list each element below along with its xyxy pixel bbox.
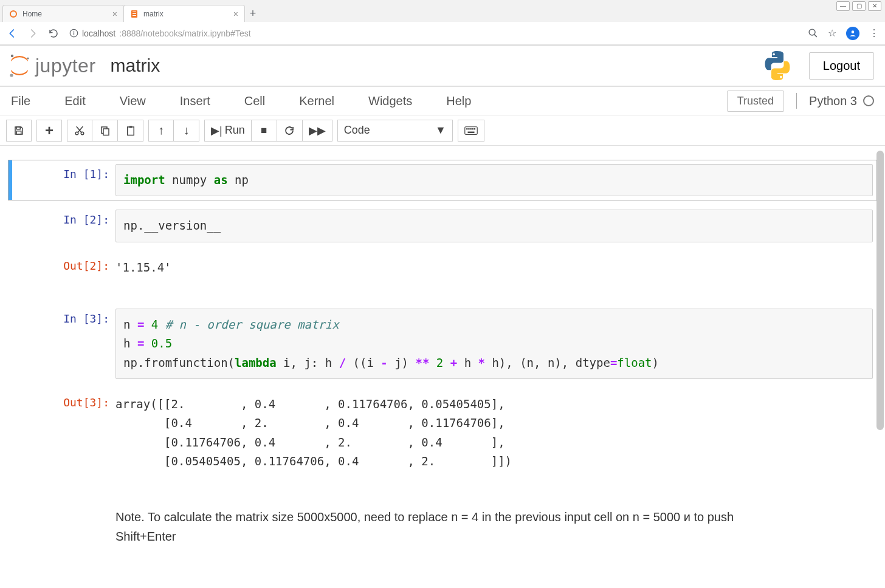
- jupyter-logo-icon: [6, 52, 33, 79]
- cell-type-select[interactable]: Code ▼: [337, 120, 453, 142]
- code-input[interactable]: n = 4 # n - order square matrix h = 0.5 …: [115, 309, 873, 379]
- menu-kernel[interactable]: Kernel: [282, 94, 351, 108]
- cut-button[interactable]: [67, 120, 92, 142]
- jupyter-brand-text: jupyter: [35, 55, 96, 77]
- svg-rect-3: [133, 13, 136, 14]
- kernel-idle-icon: [863, 95, 874, 106]
- svg-point-12: [27, 58, 29, 60]
- scrollbar-thumb[interactable]: [876, 151, 884, 430]
- logout-button[interactable]: Logout: [809, 52, 874, 80]
- forward-button[interactable]: [27, 27, 39, 39]
- bookmark-star-icon[interactable]: ☆: [828, 27, 836, 39]
- svg-rect-31: [473, 128, 475, 129]
- browser-chrome: Home × matrix × + localhost:8888/noteboo…: [0, 0, 885, 46]
- svg-rect-25: [129, 126, 132, 128]
- svg-rect-2: [133, 12, 136, 12]
- in-prompt: In [1]:: [12, 160, 115, 200]
- markdown-cell[interactable]: Note. To calculate the matrix size 5000x…: [9, 499, 876, 550]
- copy-button[interactable]: [92, 120, 118, 142]
- output-cell-2: Out[2]: '1.15.4': [9, 252, 876, 281]
- jupyter-favicon-icon: [9, 10, 18, 18]
- menu-insert[interactable]: Insert: [163, 94, 227, 108]
- toolbar: + ↑ ↓ ▶|Run ■ ▶▶ Code ▼: [0, 115, 885, 146]
- trusted-indicator[interactable]: Trusted: [727, 91, 784, 112]
- svg-point-14: [773, 53, 775, 56]
- svg-point-8: [809, 29, 815, 35]
- svg-rect-26: [465, 126, 477, 134]
- svg-rect-23: [103, 129, 109, 135]
- svg-rect-28: [468, 128, 469, 129]
- in-prompt: In [3]:: [12, 305, 115, 383]
- restart-button[interactable]: [277, 120, 303, 142]
- svg-point-7: [74, 31, 75, 32]
- move-up-button[interactable]: ↑: [148, 120, 174, 142]
- output-text: array([[2. , 0.4 , 0.11764706, 0.0540540…: [115, 392, 873, 471]
- move-down-button[interactable]: ↓: [174, 120, 199, 142]
- jupyter-header: jupyter matrix Logout: [0, 46, 885, 86]
- separator: [796, 93, 797, 109]
- menu-help[interactable]: Help: [429, 94, 488, 108]
- paste-button[interactable]: [118, 120, 143, 142]
- add-cell-button[interactable]: +: [36, 120, 62, 142]
- menu-edit[interactable]: Edit: [47, 94, 102, 108]
- python-logo-icon: [760, 50, 794, 81]
- menu-file[interactable]: File: [11, 94, 47, 108]
- window-close[interactable]: ✕: [868, 1, 881, 11]
- code-cell-3[interactable]: In [3]: n = 4 # n - order square matrix …: [9, 305, 876, 383]
- notebook-container: In [1]: import numpy as np In [2]: np.__…: [0, 146, 885, 588]
- tab-label: matrix: [143, 10, 164, 18]
- menu-widgets[interactable]: Widgets: [351, 94, 429, 108]
- svg-point-10: [852, 30, 855, 33]
- close-icon[interactable]: ×: [112, 9, 117, 19]
- back-button[interactable]: [6, 27, 18, 39]
- close-icon[interactable]: ×: [233, 9, 238, 19]
- svg-rect-24: [127, 127, 134, 135]
- svg-point-13: [10, 74, 13, 77]
- url-path: :8888/notebooks/matrix.ipynb#Test: [119, 29, 250, 38]
- notebook-scroll[interactable]: In [1]: import numpy as np In [2]: np.__…: [0, 146, 885, 588]
- svg-point-11: [11, 55, 13, 57]
- menu-view[interactable]: View: [103, 94, 163, 108]
- output-text: '1.15.4': [115, 256, 873, 277]
- browser-tab-home[interactable]: Home ×: [2, 5, 124, 22]
- window-minimize[interactable]: —: [836, 1, 850, 11]
- save-button[interactable]: [6, 120, 32, 142]
- address-bar-right: ☆ ⋮: [808, 27, 879, 40]
- window-controls: — ▢ ✕: [836, 1, 881, 11]
- browser-tab-matrix[interactable]: matrix ×: [123, 5, 245, 22]
- in-prompt: In [2]:: [12, 206, 115, 245]
- svg-point-0: [10, 11, 16, 17]
- interrupt-button[interactable]: ■: [252, 120, 277, 142]
- menu-cell[interactable]: Cell: [227, 94, 282, 108]
- reload-button[interactable]: [47, 27, 60, 39]
- tab-strip: Home × matrix × +: [0, 0, 885, 22]
- svg-rect-32: [467, 131, 474, 132]
- markdown-text: Note. To calculate the matrix size 5000x…: [115, 502, 754, 546]
- run-button[interactable]: ▶|Run: [204, 120, 252, 142]
- address-bar[interactable]: localhost:8888/notebooks/matrix.ipynb#Te…: [68, 29, 799, 38]
- svg-rect-29: [470, 128, 471, 129]
- zoom-icon[interactable]: [808, 28, 818, 38]
- code-cell-1[interactable]: In [1]: import numpy as np: [9, 160, 876, 200]
- run-icon: ▶|: [211, 124, 222, 137]
- code-cell-2[interactable]: In [2]: np.__version__: [9, 206, 876, 245]
- svg-rect-16: [16, 127, 20, 129]
- account-icon[interactable]: [846, 27, 859, 40]
- kernel-name[interactable]: Python 3: [809, 94, 874, 108]
- tab-label: Home: [22, 10, 42, 18]
- code-input[interactable]: np.__version__: [115, 210, 873, 242]
- command-palette-button[interactable]: [458, 120, 484, 142]
- browser-menu-icon[interactable]: ⋮: [869, 27, 879, 39]
- info-icon: [69, 29, 78, 38]
- jupyter-logo[interactable]: jupyter: [6, 52, 96, 79]
- notebook-favicon-icon: [130, 10, 139, 18]
- window-maximize[interactable]: ▢: [852, 1, 866, 11]
- output-cell-3: Out[3]: array([[2. , 0.4 , 0.11764706, 0…: [9, 389, 876, 474]
- svg-line-9: [814, 35, 817, 37]
- code-input[interactable]: import numpy as np: [115, 164, 873, 196]
- out-prompt: Out[3]:: [12, 389, 115, 474]
- svg-point-15: [780, 76, 782, 78]
- restart-run-all-button[interactable]: ▶▶: [303, 120, 332, 142]
- notebook-name[interactable]: matrix: [111, 55, 160, 76]
- new-tab-button[interactable]: +: [244, 5, 261, 22]
